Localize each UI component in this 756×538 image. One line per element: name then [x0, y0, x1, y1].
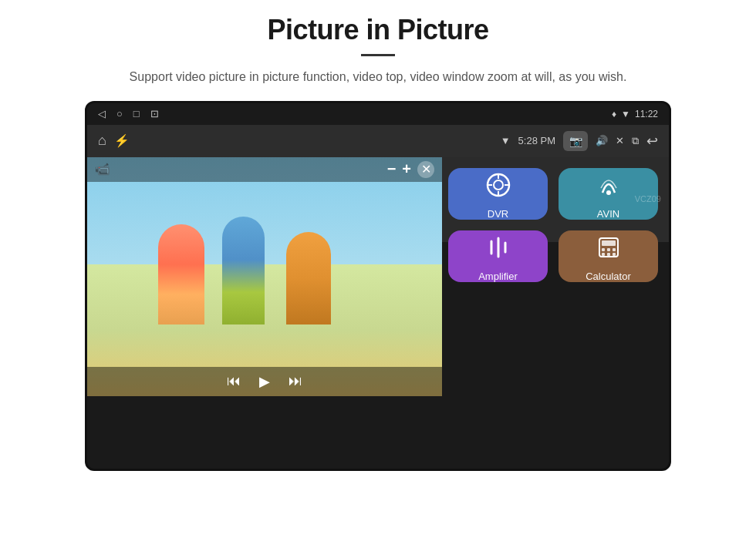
pip-plus-btn[interactable]: + — [402, 160, 411, 178]
dvr-icon — [481, 168, 515, 202]
person-3 — [286, 232, 331, 324]
pip-bottom-bar: ⏮ ▶ ⏭ — [87, 367, 442, 396]
home-nav-icon[interactable]: ○ — [116, 108, 123, 119]
avin-icon — [592, 168, 626, 202]
nav-bar: ⌂ ⚡ ▼ 5:28 PM 📷 🔊 ✕ ⧉ ↩ — [87, 125, 669, 157]
amplifier-app-card[interactable]: Amplifier — [448, 230, 548, 282]
svg-rect-11 — [602, 240, 616, 246]
watermark: VCZ09 — [635, 194, 661, 203]
pip-prev-btn[interactable]: ⏮ — [227, 373, 241, 389]
calculator-app-card[interactable]: Calculator — [559, 230, 658, 282]
pip-next-btn[interactable]: ⏭ — [289, 373, 302, 389]
dvr-app-card[interactable]: DVR — [448, 168, 548, 220]
person-1 — [158, 224, 204, 324]
calculator-label: Calculator — [586, 271, 631, 282]
status-bar-left: ◁ ○ □ ⊡ — [98, 108, 159, 119]
pip-top-bar: 📹 − + ✕ — [87, 157, 442, 182]
pip-minus-btn[interactable]: − — [387, 160, 397, 178]
nav-time: 5:28 PM — [518, 135, 555, 146]
screenshot-icon[interactable]: ⊡ — [150, 108, 159, 119]
dvr-label: DVR — [488, 208, 508, 220]
camera-button[interactable]: 📷 — [563, 131, 588, 151]
title-divider — [361, 54, 395, 56]
pip-record-icon: 📹 — [95, 162, 110, 177]
back-nav-btn[interactable]: ↩ — [646, 133, 658, 150]
status-bar: ◁ ○ □ ⊡ ♦ ▼ 11:22 — [87, 103, 669, 125]
person-2 — [222, 217, 265, 324]
page-title: Picture in Picture — [267, 14, 488, 46]
status-time: 11:22 — [635, 109, 658, 119]
svg-rect-17 — [613, 253, 616, 256]
wifi-icon: ▼ — [621, 109, 630, 119]
svg-rect-16 — [607, 253, 610, 256]
svg-point-6 — [606, 190, 611, 195]
amplifier-icon — [481, 230, 515, 264]
recents-nav-icon[interactable]: □ — [133, 108, 140, 119]
svg-rect-14 — [613, 248, 616, 251]
pip-controls: − + ✕ — [387, 160, 434, 178]
calculator-icon — [592, 230, 626, 264]
pip-video-content: 📹 − + ✕ ⏮ ▶ ⏭ — [87, 157, 442, 396]
page-wrapper: Picture in Picture Support video picture… — [0, 0, 756, 538]
back-nav-icon[interactable]: ◁ — [98, 108, 106, 119]
window-nav-icon[interactable]: ⧉ — [632, 135, 639, 147]
volume-icon[interactable]: 🔊 — [596, 135, 608, 146]
pip-video-overlay[interactable]: 📹 − + ✕ ⏮ ▶ ⏭ — [87, 157, 442, 396]
device-frame: ◁ ○ □ ⊡ ♦ ▼ 11:22 ⌂ ⚡ ▼ 5:28 PM 📷 🔊 ✕ ⧉ — [85, 101, 671, 471]
page-subtitle: Support video picture in picture functio… — [130, 67, 627, 87]
location-icon: ♦ — [612, 109, 616, 119]
usb-icon[interactable]: ⚡ — [114, 133, 130, 148]
pip-play-btn[interactable]: ▶ — [259, 373, 270, 390]
pip-close-btn[interactable]: ✕ — [417, 161, 434, 178]
wifi-nav-icon: ▼ — [501, 135, 511, 146]
avin-label: AVIN — [597, 208, 619, 220]
svg-rect-15 — [602, 253, 605, 256]
nav-right-controls: ▼ 5:28 PM 📷 🔊 ✕ ⧉ ↩ — [501, 131, 658, 151]
svg-point-1 — [494, 180, 503, 190]
status-bar-right: ♦ ▼ 11:22 — [612, 109, 658, 119]
svg-rect-12 — [602, 248, 605, 251]
close-nav-icon[interactable]: ✕ — [616, 135, 624, 146]
svg-rect-13 — [607, 248, 610, 251]
main-content: N S 🎮 — [87, 157, 669, 242]
home-icon[interactable]: ⌂ — [98, 133, 106, 149]
amplifier-label: Amplifier — [478, 271, 518, 282]
